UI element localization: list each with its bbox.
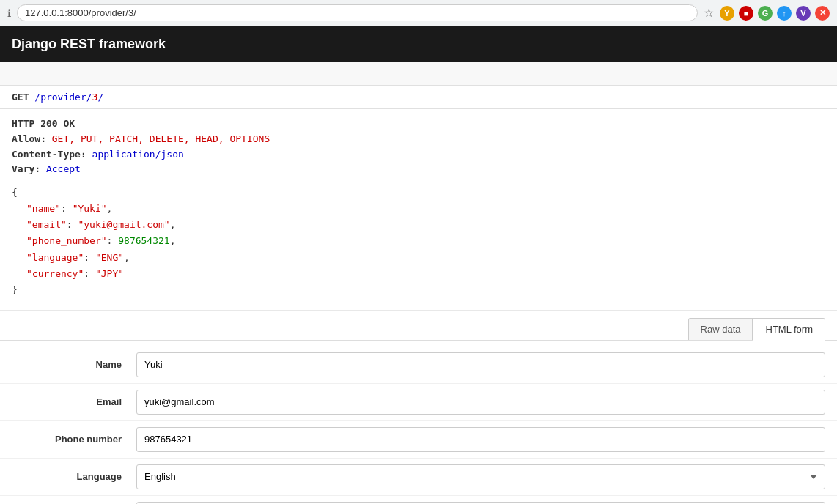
ext-icon-4: ↑: [777, 6, 792, 21]
drf-title: Django REST framework: [12, 37, 166, 51]
drf-toolbar: [0, 62, 837, 86]
ext-icon-2: ■: [739, 6, 753, 21]
email-label: Email: [12, 396, 136, 407]
json-phone-value: 987654321: [118, 235, 169, 246]
ext-icon-6: ✕: [815, 6, 830, 21]
info-icon: ℹ: [7, 7, 11, 19]
browser-chrome: ℹ 127.0.0.1:8000/provider/3/ ☆ Y ■ G ↑ V…: [0, 0, 837, 26]
json-currency-key: "currency": [26, 268, 84, 279]
bookmark-icon[interactable]: ☆: [704, 6, 714, 20]
json-currency-value: "JPY": [95, 268, 124, 279]
name-label: Name: [12, 359, 136, 370]
json-language-key: "language": [26, 252, 84, 263]
tab-raw-data[interactable]: Raw data: [688, 318, 753, 340]
content-type-value: application/json: [92, 149, 184, 160]
form-row-phone: Phone number: [0, 421, 837, 459]
ext-icon-3: G: [758, 6, 773, 21]
url-text: 127.0.0.1:8000/provider/3/: [25, 7, 136, 18]
url-bar[interactable]: 127.0.0.1:8000/provider/3/: [17, 4, 698, 21]
language-label: Language: [12, 471, 136, 482]
json-name-value: "Yuki": [73, 203, 107, 214]
allow-label: Allow:: [12, 133, 46, 144]
form-row-name: Name: [0, 346, 837, 384]
form-row-email: Email: [0, 384, 837, 421]
response-area: HTTP 200 OK Allow: GET, PUT, PATCH, DELE…: [0, 109, 837, 311]
browser-extension-icons: Y ■ G ↑ V ✕: [720, 6, 830, 21]
content-type-label: Content-Type:: [12, 149, 86, 160]
form-tabs: Raw data HTML form: [0, 311, 837, 341]
path-prefix: /provider/: [34, 92, 92, 103]
response-status: HTTP 200 OK Allow: GET, PUT, PATCH, DELE…: [12, 116, 825, 177]
vary-value: Accept: [46, 163, 81, 174]
allow-value: GET, PUT, PATCH, DELETE, HEAD, OPTIONS: [52, 133, 270, 144]
http-method: GET: [12, 92, 29, 103]
path-suffix: /: [97, 92, 103, 103]
json-body: { "name": "Yuki", "email": "yuki@gmail.c…: [12, 182, 825, 305]
email-input[interactable]: [136, 390, 825, 415]
vary-label: Vary:: [12, 163, 40, 174]
json-phone-key: "phone_number": [26, 235, 107, 246]
language-select[interactable]: English Japanese French German Spanish: [136, 464, 825, 489]
json-email-key: "email": [26, 219, 67, 230]
form-section: Raw data HTML form Name Email Phone numb…: [0, 311, 837, 504]
phone-input[interactable]: [136, 427, 825, 452]
ext-icon-5: V: [796, 6, 811, 21]
drf-header: Django REST framework: [0, 26, 837, 62]
json-name-key: "name": [26, 203, 61, 214]
get-breadcrumb: GET /provider/3/: [0, 86, 837, 108]
name-input[interactable]: [136, 352, 825, 377]
json-email-value: "yuki@gmail.com": [78, 219, 169, 230]
status-line: HTTP 200 OK: [12, 118, 75, 129]
tab-html-form[interactable]: HTML form: [753, 318, 825, 341]
ext-icon-1: Y: [720, 6, 734, 21]
form-row-currency: Currency Japanese Yen US Dollar Euro Bri…: [0, 496, 837, 504]
form-row-language: Language English Japanese French German …: [0, 459, 837, 496]
json-language-value: "ENG": [95, 252, 124, 263]
phone-label: Phone number: [12, 434, 136, 445]
form-body: Name Email Phone number Language English…: [0, 341, 837, 504]
